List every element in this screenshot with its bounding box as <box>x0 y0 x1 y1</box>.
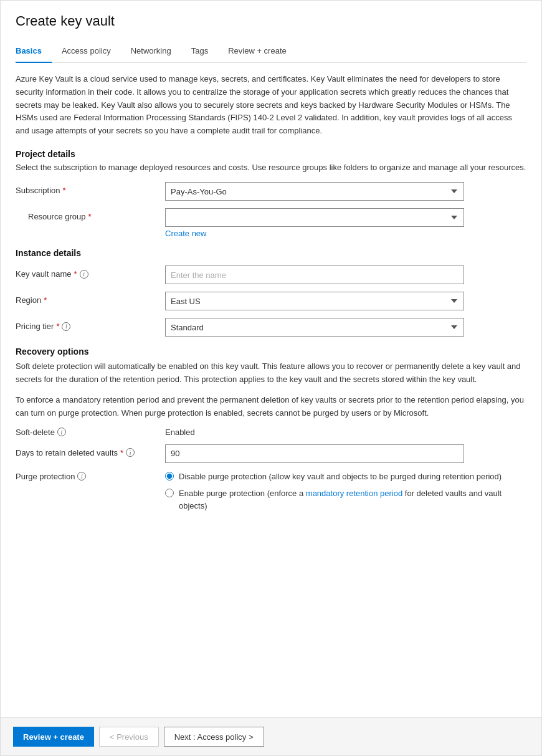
tab-access-policy[interactable]: Access policy <box>62 41 121 63</box>
recovery-options-title: Recovery options <box>16 347 526 356</box>
resource-group-select[interactable] <box>165 208 464 227</box>
subscription-required: * <box>63 186 66 195</box>
pricing-tier-required: * <box>56 322 59 331</box>
resource-group-control: Create new <box>165 208 526 238</box>
purge-option-disable: Disable purge protection (allow key vaul… <box>165 471 526 483</box>
instance-details-title: Instance details <box>16 248 526 258</box>
region-select[interactable]: East US <box>165 292 464 310</box>
pricing-tier-info-icon[interactable]: i <box>62 322 70 331</box>
key-vault-name-info-icon[interactable]: i <box>80 270 88 279</box>
resource-group-row: Resource group * Create new <box>16 208 526 238</box>
subscription-row: Subscription * Pay-As-You-Go <box>16 182 526 201</box>
resource-group-required: * <box>88 212 92 221</box>
subscription-label: Subscription * <box>16 182 165 195</box>
create-new-link[interactable]: Create new <box>165 229 526 238</box>
purge-options-group: Disable purge protection (allow key vaul… <box>165 471 526 517</box>
key-vault-name-input[interactable] <box>165 266 464 284</box>
tab-tags[interactable]: Tags <box>191 41 218 63</box>
purge-protection-row: Purge protection i Disable purge protect… <box>16 471 526 517</box>
footer-bar: Review + create < Previous Next : Access… <box>1 717 541 755</box>
tab-networking[interactable]: Networking <box>131 41 181 63</box>
project-details-subtitle: Select the subscription to manage deploy… <box>16 161 526 174</box>
region-label: Region * <box>16 292 165 305</box>
key-vault-name-row: Key vault name * i <box>16 266 526 284</box>
purge-option-enable: Enable purge protection (enforce a manda… <box>165 487 526 512</box>
subscription-control: Pay-As-You-Go <box>165 182 526 201</box>
purge-disable-radio[interactable] <box>165 472 174 481</box>
soft-delete-info-icon[interactable]: i <box>57 428 66 436</box>
purge-enable-link[interactable]: mandatory retention period <box>306 489 402 498</box>
region-control: East US <box>165 292 526 310</box>
key-vault-name-control <box>165 266 526 284</box>
subscription-select[interactable]: Pay-As-You-Go <box>165 182 464 201</box>
days-retain-input[interactable] <box>165 444 464 463</box>
page-title: Create key vault <box>16 13 526 29</box>
days-retain-info-icon[interactable]: i <box>126 448 135 457</box>
days-retain-required: * <box>120 448 123 457</box>
previous-button[interactable]: < Previous <box>99 727 159 747</box>
description-text: Azure Key Vault is a cloud service used … <box>16 73 526 138</box>
recovery-purge-desc: To enforce a mandatory retention period … <box>16 394 526 420</box>
pricing-tier-select[interactable]: Standard <box>165 318 464 337</box>
purge-protection-label: Purge protection i <box>16 471 165 481</box>
days-retain-control <box>165 444 526 463</box>
purge-protection-info-icon[interactable]: i <box>77 472 86 481</box>
days-retain-label: Days to retain deleted vaults * i <box>16 444 165 457</box>
soft-delete-value: Enabled <box>165 428 195 437</box>
pricing-tier-label: Pricing tier * i <box>16 318 165 331</box>
soft-delete-row: Soft-delete i Enabled <box>16 428 526 437</box>
next-button[interactable]: Next : Access policy > <box>164 727 264 747</box>
region-row: Region * East US <box>16 292 526 310</box>
purge-disable-label: Disable purge protection (allow key vaul… <box>179 471 502 483</box>
pricing-tier-control: Standard <box>165 318 526 337</box>
review-create-button[interactable]: Review + create <box>13 727 94 747</box>
project-details-title: Project details <box>16 149 526 159</box>
tabs-bar: Basics Access policy Networking Tags Rev… <box>16 41 526 63</box>
days-retain-row: Days to retain deleted vaults * i <box>16 444 526 463</box>
resource-group-label: Resource group * <box>16 208 165 221</box>
recovery-soft-delete-desc: Soft delete protection will automaticall… <box>16 360 526 386</box>
key-vault-name-label: Key vault name * i <box>16 266 165 279</box>
tab-basics[interactable]: Basics <box>16 41 52 63</box>
key-vault-name-required: * <box>74 269 77 279</box>
pricing-tier-row: Pricing tier * i Standard <box>16 318 526 337</box>
purge-enable-radio[interactable] <box>165 489 174 497</box>
region-required: * <box>44 295 47 305</box>
tab-review-create[interactable]: Review + create <box>228 41 297 63</box>
soft-delete-label: Soft-delete i <box>16 428 165 437</box>
purge-enable-label: Enable purge protection (enforce a manda… <box>179 487 526 512</box>
